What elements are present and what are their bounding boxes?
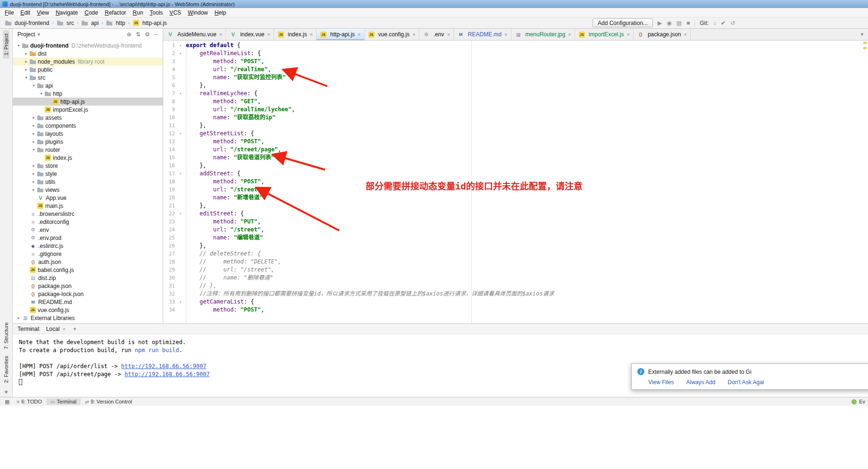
fold-icon[interactable]: ▾ (177, 210, 184, 218)
code-line-4[interactable]: 4 url: "/realTime", (163, 66, 863, 74)
fold-icon[interactable]: ▾ (177, 130, 184, 138)
tree-item-babel.config.js[interactable]: JSbabel.config.js (13, 266, 163, 274)
tree-item-plugins[interactable]: ▸plugins (13, 138, 163, 146)
code-line-22[interactable]: 22▾ editStreet: { (163, 210, 863, 218)
menu-navigate[interactable]: Navigate (52, 8, 81, 17)
code-line-5[interactable]: 5 name: "获取实时监控列表" (163, 74, 863, 82)
code-line-25[interactable]: 25 name: "编辑巷道" (163, 234, 863, 242)
tree-item-main.js[interactable]: JSmain.js (13, 202, 163, 210)
breadcrumb-item-http[interactable]: http (105, 20, 126, 26)
fold-icon[interactable]: ▾ (177, 90, 184, 98)
tree-item-.env.prod[interactable]: ⚙.env.prod (13, 234, 163, 242)
tab-readme-md[interactable]: MREADME.md× (454, 29, 511, 40)
notification-action-don-t-ask-agai[interactable]: Don't Ask Agai (728, 379, 764, 386)
chevron-right-icon[interactable]: ▸ (16, 316, 22, 320)
update-project-icon[interactable]: ↓ (713, 20, 716, 26)
tree-item-.env[interactable]: ⚙.env (13, 226, 163, 234)
code-line-9[interactable]: 9 url: "/realTime/lychee", (163, 106, 863, 114)
coverage-icon[interactable]: ▤ (676, 20, 682, 26)
tab-index-js[interactable]: JSindex.js× (274, 29, 317, 40)
close-icon[interactable]: × (568, 32, 571, 37)
code-line-31[interactable]: 31 // }, (163, 282, 863, 290)
code-line-2[interactable]: 2▾ getRealTimeList: { (163, 49, 863, 58)
terminal-link[interactable]: http://192.168.66.56:9007 (121, 363, 207, 370)
tree-item-external-libraries[interactable]: ▸▥External Libraries (13, 314, 163, 322)
tool-stripe-project[interactable]: 1: Project (3, 30, 9, 58)
code-line-7[interactable]: 7▾ realTimeLychee: { (163, 90, 863, 98)
debug-icon[interactable]: ◉ (667, 20, 671, 26)
code-line-30[interactable]: 30 // name: "删除巷道" (163, 274, 863, 282)
close-icon[interactable]: × (412, 32, 415, 37)
tree-item-http-api.js[interactable]: JShttp-api.js (13, 98, 163, 106)
statusbar-terminal[interactable]: ▭Terminal (46, 398, 81, 405)
fold-icon[interactable]: ▾ (177, 41, 184, 49)
tab-menurouter-jpg[interactable]: ▨menuRouter.jpg× (511, 29, 575, 40)
new-terminal-icon[interactable]: + (71, 325, 79, 332)
breadcrumb-item-duoji-frontend[interactable]: duoji-frontend (4, 20, 50, 26)
tree-item-src[interactable]: ▾src (13, 74, 163, 82)
tree-item-readme.md[interactable]: MREADME.md (13, 298, 163, 306)
close-icon[interactable]: × (358, 32, 360, 37)
code-line-27[interactable]: 27 // deleteStreet: { (163, 250, 863, 258)
tree-item-importexcel.js[interactable]: JSimportExcel.js (13, 106, 163, 114)
code-line-24[interactable]: 24 url: "/street", (163, 226, 863, 234)
menu-view[interactable]: View (33, 8, 52, 17)
chevron-right-icon[interactable]: ▸ (23, 59, 29, 64)
statusbar-9-version-control[interactable]: ⇄9: Version Control (81, 398, 136, 405)
tree-item-public[interactable]: ▸public (13, 66, 163, 74)
tab-index-vue[interactable]: Vindex.vue× (226, 29, 274, 40)
tree-item-package-lock.json[interactable]: {}package-lock.json (13, 290, 163, 298)
tree-item-style[interactable]: ▸style (13, 170, 163, 178)
close-icon[interactable]: × (62, 326, 65, 332)
fold-icon[interactable]: ▾ (177, 170, 184, 178)
hidden-tabs-icon[interactable]: ▼ (856, 32, 868, 37)
terminal-link[interactable]: http://192.168.66.56:9007 (125, 371, 210, 378)
tree-item-dist.zip[interactable]: ▤dist.zip (13, 274, 163, 282)
code-line-20[interactable]: 20 name: "新增巷道" (163, 194, 863, 202)
locate-icon[interactable]: ⊕ (127, 31, 132, 38)
tree-item-.gitignore[interactable]: ≡.gitignore (13, 250, 163, 258)
code-line-29[interactable]: 29 // url: "/street", (163, 266, 863, 274)
menu-tools[interactable]: Tools (146, 8, 166, 17)
tab-http-api-js[interactable]: JShttp-api.js× (317, 29, 364, 40)
rollback-icon[interactable]: ↺ (730, 20, 735, 26)
code-line-16[interactable]: 16 }, (163, 162, 863, 170)
chevron-right-icon[interactable]: ▸ (23, 67, 29, 72)
chevron-down-icon[interactable]: ▾ (16, 43, 22, 48)
tab-vue-config-js[interactable]: JSvue.config.js× (365, 29, 419, 40)
menu-edit[interactable]: Edit (17, 8, 33, 17)
chevron-right-icon[interactable]: ▸ (23, 51, 29, 56)
stop-icon[interactable]: ■ (686, 20, 690, 26)
code-line-34[interactable]: 34 method: "POST", (163, 306, 863, 314)
code-line-17[interactable]: 17▾ addStreet: { (163, 170, 863, 178)
code-line-12[interactable]: 12▾ getStreetList: { (163, 130, 863, 138)
tree-item-.editorconfig[interactable]: ≡.editorconfig (13, 218, 163, 226)
close-icon[interactable]: × (219, 32, 222, 37)
breadcrumb-item-http-api-js[interactable]: JShttp-api.js (132, 20, 168, 26)
code-line-1[interactable]: 1▾export default { (163, 41, 863, 49)
notification-action-view-files[interactable]: View Files (648, 379, 674, 386)
chevron-down-icon[interactable]: ▾ (31, 83, 37, 88)
terminal-tab-local[interactable]: Local × (44, 325, 67, 333)
breadcrumb-item-api[interactable]: api (80, 20, 100, 26)
menu-code[interactable]: Code (81, 8, 101, 17)
close-icon[interactable]: × (447, 32, 450, 37)
fold-icon[interactable]: ▾ (177, 49, 184, 58)
tree-item-layouts[interactable]: ▸layouts (13, 130, 163, 138)
tree-item-views[interactable]: ▸views (13, 186, 163, 194)
chevron-right-icon[interactable]: ▸ (31, 132, 37, 136)
warning-mark[interactable] (863, 42, 867, 44)
close-icon[interactable]: × (684, 32, 687, 37)
tree-item-.eslintrc.js[interactable]: ◆.eslintrc.js (13, 242, 163, 250)
tree-item-.browserslistrc[interactable]: ≡.browserslistrc (13, 210, 163, 218)
chevron-down-icon[interactable]: ▼ (37, 33, 41, 37)
code-content[interactable]: 1▾export default {2▾ getRealTimeList: {3… (163, 41, 863, 314)
code-editor[interactable]: 1▾export default {2▾ getRealTimeList: {3… (163, 41, 868, 323)
tree-item-node-modules[interactable]: ▸node_moduleslibrary root (13, 58, 163, 66)
event-log-area[interactable]: Ev (851, 399, 865, 404)
tree-item-index.js[interactable]: JSindex.js (13, 154, 163, 162)
tree-item-store[interactable]: ▸store (13, 162, 163, 170)
tree-item-api[interactable]: ▾api (13, 82, 163, 90)
tree-item-router[interactable]: ▾router (13, 146, 163, 154)
tree-item-package.json[interactable]: {}package.json (13, 282, 163, 290)
